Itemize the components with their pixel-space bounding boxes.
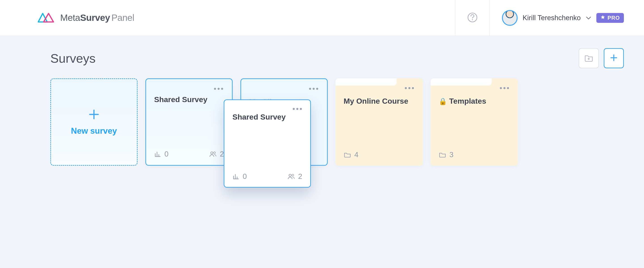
- members-stat: 2: [209, 150, 224, 158]
- folder-count: 4: [344, 150, 358, 159]
- folder-open-icon: [439, 151, 446, 158]
- header-right: Kirill Tereshchenko PRO: [455, 0, 624, 36]
- folder-count: 3: [439, 150, 454, 159]
- brand-text: MetaSurveyPanel: [60, 13, 134, 23]
- new-folder-button[interactable]: [579, 48, 599, 68]
- more-icon[interactable]: •••: [309, 84, 320, 93]
- members-stat: 2: [288, 172, 302, 181]
- more-icon[interactable]: •••: [214, 84, 224, 93]
- user-menu[interactable]: Kirill Tereshchenko PRO: [490, 0, 624, 36]
- star-icon: [600, 15, 605, 21]
- help-icon: [467, 12, 478, 24]
- more-icon[interactable]: •••: [404, 84, 415, 93]
- dragging-survey-card[interactable]: ••• Shared Survey 0 2: [224, 99, 311, 188]
- plus-icon: [609, 53, 618, 63]
- users-icon: [288, 173, 295, 180]
- svg-point-5: [292, 174, 294, 176]
- user-name: Kirill Tereshchenko: [522, 14, 581, 22]
- chevron-down-icon: [586, 15, 592, 21]
- survey-grid: New survey ••• Shared Survey 0: [50, 78, 624, 166]
- page: Surveys New survey: [0, 36, 644, 184]
- new-survey-tile[interactable]: New survey: [50, 78, 138, 166]
- users-icon: [209, 150, 217, 158]
- svg-point-4: [289, 174, 291, 176]
- folder-card-templates[interactable]: ••• 🔒Templates 3: [430, 78, 518, 166]
- app-header: MetaSurveyPanel Kirill Tereshchenko: [0, 0, 644, 36]
- svg-point-1: [472, 19, 473, 20]
- svg-point-3: [214, 152, 216, 154]
- survey-footer: 0 2: [154, 150, 224, 158]
- folder-title: My Online Course: [344, 97, 415, 105]
- folder-open-icon: [344, 151, 351, 158]
- brand[interactable]: MetaSurveyPanel: [37, 12, 134, 24]
- page-actions: [579, 48, 624, 68]
- bar-chart-icon: [154, 150, 161, 158]
- folder-card-online-course[interactable]: ••• My Online Course 4: [336, 78, 423, 166]
- folder-footer: 4: [344, 150, 415, 159]
- logo-icon: [37, 12, 55, 24]
- page-header: Surveys: [50, 48, 624, 68]
- survey-card-shared[interactable]: ••• Shared Survey 0 2: [146, 78, 233, 166]
- folder-plus-icon: [584, 53, 594, 63]
- page-title: Surveys: [50, 51, 96, 66]
- responses-stat: 0: [232, 172, 247, 181]
- plus-icon: [88, 108, 100, 121]
- survey-footer: 0 2: [232, 172, 302, 181]
- pro-badge: PRO: [596, 13, 624, 23]
- new-survey-button[interactable]: [604, 48, 624, 68]
- more-icon[interactable]: •••: [292, 105, 303, 113]
- avatar: [502, 10, 518, 26]
- bar-chart-icon: [232, 173, 240, 180]
- responses-stat: 0: [154, 150, 168, 158]
- survey-title: Shared Survey: [154, 95, 224, 104]
- more-icon[interactable]: •••: [500, 84, 510, 93]
- help-button[interactable]: [455, 0, 490, 36]
- folder-footer: 3: [439, 150, 510, 159]
- folder-title: 🔒Templates: [439, 97, 510, 105]
- survey-title: Shared Survey: [232, 113, 302, 121]
- lock-icon: 🔒: [439, 98, 447, 105]
- svg-point-2: [211, 152, 213, 154]
- new-survey-label: New survey: [71, 126, 117, 136]
